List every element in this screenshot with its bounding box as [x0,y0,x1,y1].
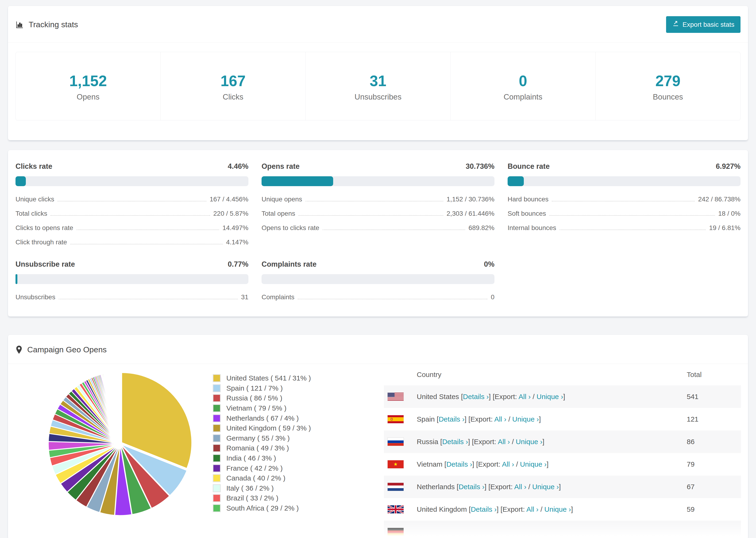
legend-swatch [213,394,221,402]
legend-swatch [213,414,221,422]
flag-es-icon [388,415,404,423]
stat-tile: 279 Bounces [596,52,740,120]
rate-progress-track [261,274,495,284]
legend-label: United States ( 541 / 31% ) [226,374,311,382]
legend-swatch [213,434,221,442]
geo-pie-chart[interactable] [47,370,193,517]
stat-tile: 0 Complaints [451,52,595,120]
dotted-leader [77,230,219,230]
geo-table-total-cell: 541 [687,393,741,401]
export-unique-link[interactable]: Unique › [516,438,542,446]
export-all-link[interactable]: All › [526,506,539,513]
tracking-stats-header: Tracking stats Export basic stats [8,6,748,42]
legend-item: United States ( 541 / 31% ) [213,373,311,383]
export-icon [672,20,679,29]
legend-item: Netherlands ( 67 / 4% ) [213,413,311,423]
legend-label: United Kingdom ( 59 / 3% ) [226,424,311,432]
legend-label: Spain ( 121 / 7% ) [226,384,283,392]
rate-detail-value: 220 / 5.87% [213,210,248,217]
details-link[interactable]: Details › [463,393,489,401]
rate-detail-label: Hard bounces [508,195,549,203]
legend-label: Brazil ( 33 / 2% ) [226,494,279,502]
details-link[interactable]: Details › [442,438,468,446]
export-unique-link[interactable]: Unique › [544,506,571,513]
export-all-link[interactable]: All › [502,460,514,468]
geo-table-total-cell: 67 [687,483,741,491]
rate-progress-track [261,176,495,186]
details-link[interactable]: Details › [471,506,497,513]
legend-item: South Africa ( 29 / 2% ) [213,503,311,513]
rate-detail-value: 4.147% [226,239,248,246]
details-link[interactable]: Details › [439,415,464,423]
rate-detail-row: Unique opens 1,152 / 30.736% [261,195,495,203]
geo-header: Campaign Geo Opens [8,335,748,364]
geo-table-country-cell: United States [Details ›] [Export: All ›… [417,393,687,401]
export-unique-link[interactable]: Unique › [512,415,539,423]
dotted-leader [58,201,206,201]
legend-label: France ( 42 / 2% ) [226,464,283,472]
dotted-leader [323,230,465,230]
map-pin-icon [16,345,23,354]
geo-table-row: United States [Details ›] [Export: All ›… [384,385,741,408]
export-basic-stats-button[interactable]: Export basic stats [666,16,740,33]
export-unique-link[interactable]: Unique › [520,460,547,468]
rate-detail-value: 1,152 / 30.736% [447,195,495,203]
export-all-link[interactable]: All › [519,393,531,401]
geo-pie-slice[interactable] [120,372,120,442]
legend-label: Netherlands ( 67 / 4% ) [226,414,298,422]
dotted-leader [560,230,706,230]
rates-card: Clicks rate 4.46% Unique clicks 167 / 4.… [8,150,748,317]
legend-label: South Africa ( 29 / 2% ) [226,504,298,512]
rate-block: Opens rate 30.736% Unique opens 1,152 / … [261,162,495,246]
export-all-link[interactable]: All › [494,415,507,423]
rate-detail-label: Soft bounces [508,210,546,217]
rate-progress-fill [16,176,26,186]
flag-de-icon [388,528,404,536]
dotted-leader [50,215,210,216]
legend-label: Vietnam ( 79 / 5% ) [226,404,287,412]
legend-label: Canada ( 40 / 2% ) [226,474,286,482]
geo-table-row: Russia [Details ›] [Export: All › / Uniq… [384,430,741,453]
export-unique-link[interactable]: Unique › [532,483,559,491]
legend-label: Germany ( 55 / 3% ) [226,434,290,442]
bar-chart-icon [16,21,24,29]
rate-progress-track [508,176,740,186]
export-all-link[interactable]: All › [498,438,510,446]
rate-detail-label: Total opens [261,210,295,217]
rate-title: Bounce rate [508,162,550,171]
geo-table-total-cell: 79 [687,460,741,468]
geo-table-total-cell: 121 [687,415,741,423]
legend-item: Canada ( 40 / 2% ) [213,473,311,483]
stats-summary-row: 1,152 Opens 167 Clicks 31 Unsubscribes 0… [16,52,740,120]
details-link[interactable]: Details › [459,483,484,491]
flag-gb-icon [388,506,404,513]
rate-detail-row: Click through rate 4.147% [16,239,248,246]
rate-block: Clicks rate 4.46% Unique clicks 167 / 4.… [16,162,248,246]
rate-block: Bounce rate 6.927% Hard bounces 242 / 86… [508,162,740,246]
rate-detail-value: 19 / 6.81% [709,224,740,232]
page-title: Tracking stats [16,20,78,29]
rate-detail-value: 167 / 4.456% [210,195,248,203]
geo-table-row: Spain [Details ›] [Export: All › / Uniqu… [384,408,741,430]
export-all-link[interactable]: All › [514,483,526,491]
stat-value: 31 [306,72,450,90]
legend-item: Vietnam ( 79 / 5% ) [213,403,311,413]
campaign-geo-opens-card: Campaign Geo Opens United States ( 541 /… [8,335,748,538]
details-link[interactable]: Details › [446,460,472,468]
rate-detail-label: Unique clicks [16,195,54,203]
geo-table-header-country: Country [417,371,687,379]
geo-table: Country Total United States [Details ›] … [384,364,741,538]
export-unique-link[interactable]: Unique › [536,393,563,401]
rate-detail-label: Complaints [261,294,295,301]
legend-item: Italy ( 36 / 2% ) [213,483,311,493]
flag-ru-icon [388,438,404,446]
legend-swatch [213,484,221,492]
rate-value: 6.927% [716,162,740,171]
geo-title-row: Campaign Geo Opens [16,345,107,354]
legend-swatch [213,424,221,432]
rate-title: Unsubscribe rate [16,260,75,269]
rate-detail-value: 31 [241,294,248,301]
flag-nl-icon [388,483,404,491]
stat-value: 0 [451,72,595,90]
rate-detail-value: 2,303 / 61.446% [447,210,495,217]
